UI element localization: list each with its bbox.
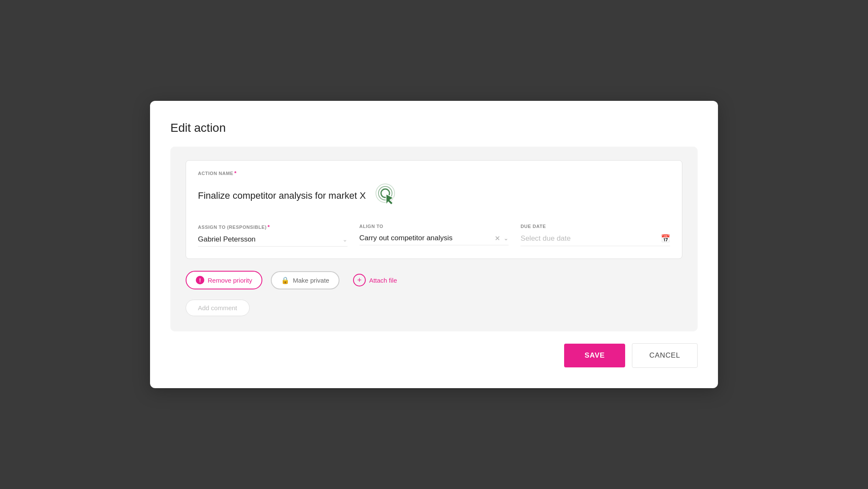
align-icons: ✕ ⌄ — [495, 234, 509, 242]
action-name-value[interactable]: Finalize competitor analysis for market … — [198, 180, 670, 213]
priority-icon: ! — [196, 276, 204, 284]
action-name-field: ACTION NAME * Finalize competitor analys… — [198, 170, 670, 213]
action-buttons-row: ! Remove priority 🔒 Make private + Attac… — [186, 271, 682, 289]
due-date-label: DUE DATE — [520, 224, 670, 229]
action-name-label: ACTION NAME * — [198, 170, 670, 176]
edit-action-modal: Edit action ACTION NAME * Finalize compe… — [150, 101, 718, 388]
field-section: ACTION NAME * Finalize competitor analys… — [186, 160, 682, 259]
calendar-icon: 📅 — [661, 234, 670, 243]
click-cursor-icon — [372, 181, 401, 210]
lock-icon: 🔒 — [281, 276, 289, 284]
align-clear-icon[interactable]: ✕ — [495, 234, 500, 242]
assign-label: ASSIGN TO (RESPONSIBLE) * — [198, 224, 348, 230]
make-private-button[interactable]: 🔒 Make private — [271, 271, 339, 289]
assign-chevron-down-icon: ⌄ — [342, 236, 348, 243]
align-field: ALIGN TO Carry out competitor analysis ✕… — [359, 224, 509, 245]
align-chevron-down-icon[interactable]: ⌄ — [504, 235, 509, 242]
assign-value[interactable]: Gabriel Petersson ⌄ — [198, 233, 348, 247]
attach-plus-icon: + — [353, 274, 366, 286]
align-value[interactable]: Carry out competitor analysis ✕ ⌄ — [359, 232, 509, 245]
due-date-value[interactable]: Select due date 📅 — [520, 232, 670, 246]
attach-file-button[interactable]: + Attach file — [353, 274, 397, 286]
footer-row: SAVE CANCEL — [170, 343, 698, 368]
remove-priority-button[interactable]: ! Remove priority — [186, 271, 262, 289]
due-date-field: DUE DATE Select due date 📅 — [520, 224, 670, 246]
modal-title: Edit action — [170, 121, 698, 135]
assign-field: ASSIGN TO (RESPONSIBLE) * Gabriel Peters… — [198, 224, 348, 247]
comment-row: Add comment — [186, 300, 682, 316]
add-comment-button[interactable]: Add comment — [186, 300, 250, 316]
modal-body: ACTION NAME * Finalize competitor analys… — [170, 147, 698, 331]
cancel-button[interactable]: CANCEL — [632, 343, 698, 368]
fields-row: ASSIGN TO (RESPONSIBLE) * Gabriel Peters… — [198, 224, 670, 247]
required-star: * — [234, 170, 237, 176]
align-label: ALIGN TO — [359, 224, 509, 229]
save-button[interactable]: SAVE — [564, 344, 625, 367]
assign-required: * — [267, 224, 270, 230]
